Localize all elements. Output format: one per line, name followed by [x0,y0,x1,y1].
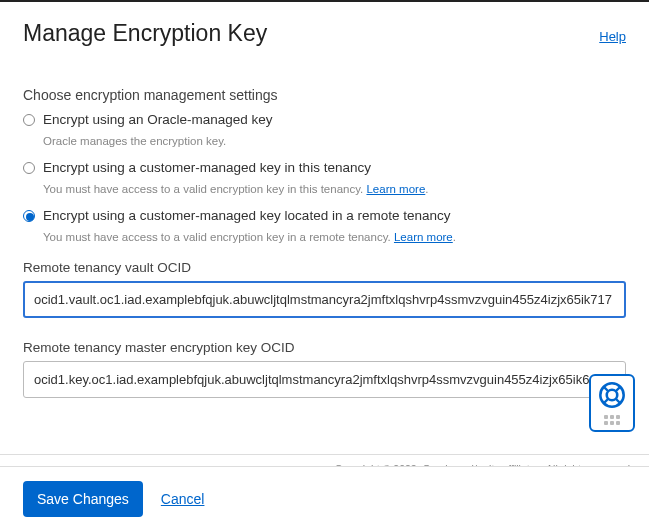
radio-label: Encrypt using a customer-managed key loc… [43,207,450,226]
cancel-link[interactable]: Cancel [161,491,205,507]
lifebuoy-icon [598,381,626,409]
radio-label: Encrypt using a customer-managed key in … [43,159,371,178]
dialog-footer: Save Changes Cancel [0,466,649,531]
save-button[interactable]: Save Changes [23,481,143,517]
help-link[interactable]: Help [599,29,626,44]
svg-point-1 [607,390,618,401]
option-customer-key-remote-tenancy[interactable]: Encrypt using a customer-managed key loc… [23,207,626,226]
option-customer-key-this-tenancy[interactable]: Encrypt using a customer-managed key in … [23,159,626,178]
svg-line-3 [616,387,620,391]
learn-more-link[interactable]: Learn more [394,231,453,243]
divider [0,454,649,455]
key-ocid-label: Remote tenancy master encryption key OCI… [23,340,626,355]
learn-more-link[interactable]: Learn more [366,183,425,195]
svg-line-5 [616,399,620,403]
page-title: Manage Encryption Key [23,20,267,47]
option-oracle-managed-help: Oracle manages the encryption key. [43,134,626,149]
option-customer-key-this-tenancy-help: You must have access to a valid encrypti… [43,182,626,197]
help-widget[interactable] [589,374,635,432]
radio-label: Encrypt using an Oracle-managed key [43,111,273,130]
radio-icon [23,162,35,174]
vault-ocid-label: Remote tenancy vault OCID [23,260,626,275]
vault-ocid-input[interactable] [23,281,626,318]
svg-line-4 [604,399,608,403]
drag-handle-icon[interactable] [604,415,620,425]
key-ocid-input[interactable] [23,361,626,398]
svg-line-2 [604,387,608,391]
svg-point-0 [600,383,623,406]
section-subtitle: Choose encryption management settings [23,87,626,103]
dialog-header: Manage Encryption Key Help [23,20,626,47]
option-oracle-managed[interactable]: Encrypt using an Oracle-managed key [23,111,626,130]
radio-icon [23,114,35,126]
radio-icon [23,210,35,222]
encryption-options: Encrypt using an Oracle-managed key Orac… [23,111,626,244]
option-customer-key-remote-tenancy-help: You must have access to a valid encrypti… [43,230,626,245]
